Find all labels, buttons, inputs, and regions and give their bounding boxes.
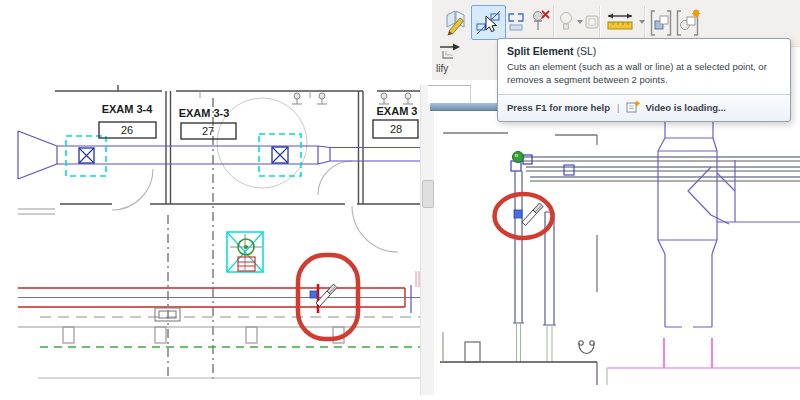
section-view[interactable] (440, 110, 800, 400)
unpin-icon[interactable] (529, 8, 551, 40)
tooltip-footer: Press F1 for more help | Video is loadin… (498, 94, 790, 121)
air-terminal-with-damper[interactable] (227, 232, 263, 272)
split-face-icon[interactable] (444, 7, 470, 41)
tooltip-video-status: Video is loading... (645, 102, 726, 113)
create-group-icon[interactable] (649, 8, 673, 42)
snap-point-marker (514, 210, 522, 218)
scrollbar-thumb[interactable] (422, 180, 434, 208)
toolbar-separator (553, 6, 554, 40)
svg-text:27: 27 (202, 125, 214, 137)
floor-plan-view[interactable]: EXAM 3-4 26 EXAM 3-3 27 EXAM 3 28 (0, 85, 435, 395)
p-trap-symbol (579, 341, 594, 354)
revit-split-element-screenshot: EXAM 3-4 26 EXAM 3-3 27 EXAM 3 28 (0, 0, 800, 400)
horizontal-duct-bundle[interactable] (520, 157, 800, 181)
tooltip-description: Cuts an element (such as a wall or line)… (498, 58, 790, 94)
split-with-gap-icon[interactable] (507, 11, 525, 37)
supply-duct[interactable] (18, 131, 430, 179)
dropdown-caret-icon[interactable] (639, 20, 645, 24)
grid-lines (168, 98, 213, 380)
air-diffuser-selected-2[interactable] (259, 134, 301, 176)
cube-icon[interactable] (584, 12, 600, 36)
structure-line (18, 327, 432, 343)
tooltip-divider: | (617, 102, 619, 113)
svg-text:EXAM 3-3: EXAM 3-3 (179, 107, 230, 119)
measure-icon[interactable] (604, 10, 636, 40)
vertical-duct-wye[interactable] (658, 112, 800, 327)
tooltip: Split Element (SL) Cuts an element (such… (497, 38, 791, 122)
riser-pipe-2[interactable] (543, 212, 556, 362)
plan-view-scrollbar[interactable] (420, 85, 434, 395)
room-tag-28[interactable]: EXAM 3 28 (373, 105, 418, 138)
riser-pipe-1[interactable] (511, 152, 532, 363)
video-loading-icon (626, 100, 640, 115)
lightbulb-icon[interactable] (558, 10, 574, 38)
floor-line (440, 332, 607, 385)
split-tool-cursor (522, 203, 543, 226)
air-diffuser-selected-1[interactable] (66, 136, 106, 176)
dropdown-caret-icon[interactable] (577, 20, 583, 24)
tooltip-title: Split Element (SL) (498, 39, 790, 58)
tooltip-help-text: Press F1 for more help (507, 102, 610, 113)
panel-label-partial: lify (436, 63, 448, 74)
snap-point-marker (310, 291, 317, 298)
door-arcs (112, 161, 398, 252)
svg-text:26: 26 (121, 124, 133, 136)
group-options-icon[interactable] (675, 8, 701, 42)
room-tag-26[interactable]: EXAM 3-4 26 (99, 103, 156, 138)
split-element-button[interactable] (471, 5, 506, 40)
svg-text:28: 28 (390, 123, 402, 135)
equipment-clearance-circle (217, 98, 307, 188)
svg-text:EXAM 3: EXAM 3 (377, 105, 418, 117)
room-tag-27[interactable]: EXAM 3-3 27 (179, 107, 236, 139)
magenta-piping[interactable] (607, 338, 800, 368)
markup-circle-section (495, 194, 553, 238)
svg-text:EXAM 3-4: EXAM 3-4 (102, 103, 154, 115)
panel-corner-box (428, 85, 471, 104)
valve-dot (513, 152, 524, 163)
